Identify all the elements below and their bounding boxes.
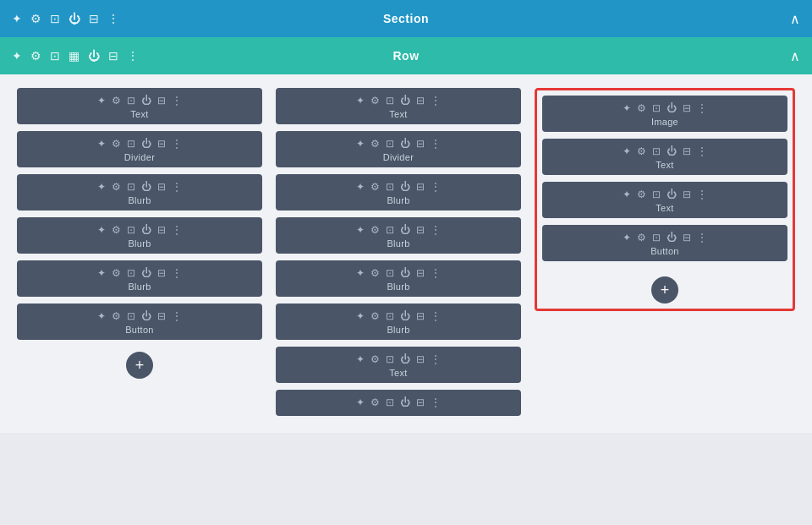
settings-icon[interactable]: ⚙ (370, 310, 380, 322)
settings-icon[interactable]: ⚙ (370, 138, 380, 150)
delete-icon[interactable]: ⊟ (416, 95, 425, 107)
more-icon[interactable]: ⋮ (697, 189, 707, 200)
duplicate-icon[interactable]: ⊡ (127, 267, 135, 279)
module-blurb-5[interactable]: ✦ ⚙ ⊡ ⏻ ⊟ ⋮ Blurb (276, 217, 521, 254)
duplicate-icon[interactable]: ⊡ (127, 138, 135, 150)
duplicate-icon[interactable]: ⊡ (386, 181, 394, 193)
power-icon[interactable]: ⏻ (667, 232, 677, 243)
more-icon[interactable]: ⋮ (697, 232, 707, 243)
move-icon[interactable]: ✦ (97, 95, 106, 107)
more-icon[interactable]: ⋮ (431, 181, 441, 193)
delete-icon[interactable]: ⊟ (683, 232, 691, 243)
move-icon[interactable]: ✦ (356, 95, 365, 107)
module-divider-1[interactable]: ✦ ⚙ ⊡ ⏻ ⊟ ⋮ Divider (17, 131, 262, 167)
power-icon[interactable]: ⏻ (400, 224, 410, 236)
move-icon[interactable]: ✦ (97, 181, 106, 193)
more-icon[interactable]: ⋮ (431, 224, 441, 236)
delete-icon[interactable]: ⊟ (416, 267, 425, 279)
power-icon[interactable]: ⏻ (667, 189, 677, 200)
power-icon[interactable]: ⏻ (667, 145, 677, 157)
settings-icon[interactable]: ⚙ (637, 189, 646, 200)
delete-icon[interactable]: ⊟ (157, 224, 166, 236)
module-image-1[interactable]: ✦ ⚙ ⊡ ⏻ ⊟ ⋮ Image (542, 96, 787, 132)
delete-icon[interactable]: ⊟ (416, 396, 425, 408)
settings-icon[interactable]: ⚙ (637, 145, 646, 157)
row-delete-icon[interactable]: ⊟ (108, 49, 118, 63)
more-icon[interactable]: ⋮ (697, 145, 707, 157)
col3-add-button[interactable]: + (651, 276, 678, 304)
more-icon[interactable]: ⋮ (431, 353, 441, 365)
module-divider-2[interactable]: ✦ ⚙ ⊡ ⏻ ⊟ ⋮ Divider (276, 131, 521, 167)
duplicate-icon[interactable]: ⊡ (652, 232, 661, 243)
move-icon[interactable]: ✦ (623, 145, 631, 157)
duplicate-icon[interactable]: ⊡ (386, 95, 394, 107)
power-icon[interactable]: ⏻ (400, 353, 410, 365)
power-icon[interactable]: ⏻ (141, 224, 151, 236)
delete-icon[interactable]: ⊟ (157, 310, 166, 322)
duplicate-icon[interactable]: ⊡ (386, 138, 394, 150)
power-icon[interactable]: ⏻ (400, 396, 410, 408)
delete-icon[interactable]: ⊟ (416, 310, 425, 322)
settings-icon[interactable]: ⚙ (370, 181, 380, 193)
power-icon[interactable]: ⏻ (667, 102, 677, 114)
module-button-2[interactable]: ✦ ⚙ ⊡ ⏻ ⊟ ⋮ Button (542, 225, 787, 261)
row-columns-icon[interactable]: ▦ (69, 49, 80, 63)
module-text-3[interactable]: ✦ ⚙ ⊡ ⏻ ⊟ ⋮ Text (276, 347, 521, 383)
power-icon[interactable]: ⏻ (141, 138, 151, 150)
module-blurb-4[interactable]: ✦ ⚙ ⊡ ⏻ ⊟ ⋮ Blurb (276, 174, 521, 211)
delete-icon[interactable]: ⊟ (157, 95, 166, 107)
power-icon[interactable]: ⏻ (400, 310, 410, 322)
settings-icon[interactable]: ⚙ (112, 181, 121, 193)
settings-icon[interactable]: ⚙ (112, 138, 121, 150)
more-icon[interactable]: ⋮ (431, 95, 441, 107)
delete-icon[interactable]: ⊟ (416, 181, 425, 193)
move-icon[interactable]: ✦ (97, 224, 106, 236)
settings-icon[interactable]: ⚙ (112, 310, 121, 322)
section-bar-icons[interactable]: ✦ ⚙ ⊡ ⏻ ⊟ ⋮ (12, 12, 119, 25)
module-blurb-2[interactable]: ✦ ⚙ ⊡ ⏻ ⊟ ⋮ Blurb (17, 217, 262, 254)
delete-icon[interactable]: ⊟ (157, 181, 166, 193)
duplicate-icon[interactable]: ⊡ (386, 396, 394, 408)
power-icon[interactable]: ⏻ (400, 95, 410, 107)
section-power-icon[interactable]: ⏻ (69, 12, 80, 25)
module-text-2[interactable]: ✦ ⚙ ⊡ ⏻ ⊟ ⋮ Text (276, 88, 521, 124)
row-chevron-icon[interactable]: ∧ (790, 48, 800, 64)
more-icon[interactable]: ⋮ (172, 267, 182, 279)
section-settings-icon[interactable]: ⚙ (30, 12, 41, 25)
move-icon[interactable]: ✦ (97, 138, 106, 150)
more-icon[interactable]: ⋮ (431, 396, 441, 408)
delete-icon[interactable]: ⊟ (683, 145, 691, 157)
more-icon[interactable]: ⋮ (172, 181, 182, 193)
move-icon[interactable]: ✦ (623, 232, 631, 243)
power-icon[interactable]: ⏻ (141, 181, 151, 193)
module-blurb-7[interactable]: ✦ ⚙ ⊡ ⏻ ⊟ ⋮ Blurb (276, 304, 521, 340)
section-delete-icon[interactable]: ⊟ (89, 12, 99, 25)
module-text-5[interactable]: ✦ ⚙ ⊡ ⏻ ⊟ ⋮ Text (542, 182, 787, 218)
settings-icon[interactable]: ⚙ (112, 267, 121, 279)
move-icon[interactable]: ✦ (356, 181, 365, 193)
more-icon[interactable]: ⋮ (172, 138, 182, 150)
move-icon[interactable]: ✦ (356, 267, 365, 279)
delete-icon[interactable]: ⊟ (683, 189, 691, 200)
duplicate-icon[interactable]: ⊡ (127, 181, 135, 193)
section-duplicate-icon[interactable]: ⊡ (50, 12, 60, 25)
settings-icon[interactable]: ⚙ (112, 224, 121, 236)
duplicate-icon[interactable]: ⊡ (127, 95, 135, 107)
duplicate-icon[interactable]: ⊡ (386, 224, 394, 236)
power-icon[interactable]: ⏻ (141, 310, 151, 322)
row-bar-icons[interactable]: ✦ ⚙ ⊡ ▦ ⏻ ⊟ ⋮ (12, 49, 139, 63)
duplicate-icon[interactable]: ⊡ (652, 189, 661, 200)
row-add-icon[interactable]: ✦ (12, 49, 22, 63)
more-icon[interactable]: ⋮ (172, 224, 182, 236)
duplicate-icon[interactable]: ⊡ (127, 310, 135, 322)
move-icon[interactable]: ✦ (623, 102, 631, 114)
duplicate-icon[interactable]: ⊡ (652, 102, 661, 114)
settings-icon[interactable]: ⚙ (370, 396, 380, 408)
delete-icon[interactable]: ⊟ (416, 353, 425, 365)
move-icon[interactable]: ✦ (97, 310, 106, 322)
module-button-1[interactable]: ✦ ⚙ ⊡ ⏻ ⊟ ⋮ Button (17, 304, 262, 340)
delete-icon[interactable]: ⊟ (157, 267, 166, 279)
more-icon[interactable]: ⋮ (431, 310, 441, 322)
settings-icon[interactable]: ⚙ (637, 102, 646, 114)
delete-icon[interactable]: ⊟ (416, 224, 425, 236)
